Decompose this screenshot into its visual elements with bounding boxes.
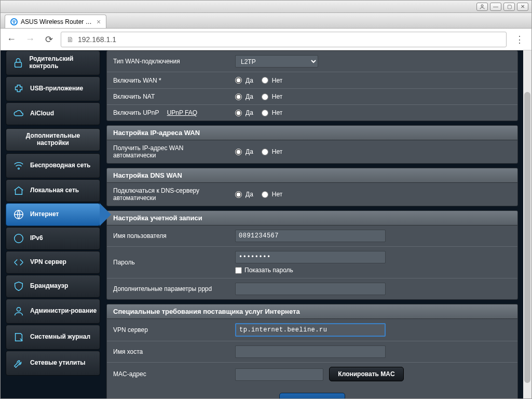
cloud-icon [12, 108, 25, 120]
sidebar-item-syslog[interactable]: Системный журнал [6, 325, 100, 350]
show-password-checkbox[interactable] [235, 267, 242, 274]
radio-yes[interactable] [235, 191, 242, 198]
radio-no[interactable] [262, 110, 268, 116]
maximize-button[interactable]: ▢ [503, 3, 515, 11]
pppd-extra-label: Дополнительные параметры pppd [113, 285, 212, 292]
page-icon: 🗎 [66, 35, 74, 44]
enable-upnp-no[interactable]: Нет [262, 109, 282, 116]
enable-wan-no[interactable]: Нет [262, 77, 282, 84]
router-page: Родительский контроль USB-приложение AiC… [1, 50, 523, 398]
tab-strip: ASUS Wireless Router RT × [1, 13, 531, 29]
show-password-toggle[interactable]: Показать пароль [235, 267, 293, 274]
radio-no[interactable] [262, 191, 268, 198]
menu-button[interactable]: ⋮ [512, 34, 527, 45]
person-icon [12, 305, 25, 317]
shield-icon [12, 280, 25, 292]
sidebar-group-header: Дополнительные настройки [6, 128, 100, 151]
svg-point-5 [15, 234, 23, 243]
wan-type-select[interactable]: L2TP [235, 55, 318, 68]
svg-point-6 [17, 308, 20, 311]
sidebar-item-wireless[interactable]: Беспроводная сеть [6, 153, 100, 178]
mac-label: MAC-адрес [113, 370, 146, 378]
sidebar-item-label: Сетевые утилиты [30, 360, 86, 367]
pppd-extra-input[interactable] [235, 283, 386, 295]
radio-no[interactable] [262, 94, 268, 100]
panel-header-isp: Специальные требования поставщика услуг … [107, 304, 517, 319]
main-content: Тип WAN-подключения L2TP Включить WAN* [106, 50, 518, 398]
tab-close-icon[interactable]: × [97, 18, 101, 26]
username-input[interactable] [235, 230, 386, 242]
sidebar-item-label: Интернет [30, 211, 59, 218]
mac-input[interactable] [235, 368, 323, 381]
address-bar[interactable]: 🗎 192.168.1.1 [61, 32, 507, 47]
required-asterisk: * [159, 76, 161, 84]
radio-no[interactable] [262, 149, 268, 155]
sidebar-item-label: Системный журнал [30, 334, 90, 341]
dns-auto-label: Подключаться к DNS-серверу автоматически [113, 187, 199, 202]
sidebar-item-usb[interactable]: USB-приложение [6, 76, 100, 101]
sidebar-item-vpn[interactable]: VPN сервер [6, 251, 100, 274]
wan-ip-auto-label: Получить IP-адрес WAN автоматически [113, 144, 183, 159]
minimize-button[interactable]: — [490, 3, 501, 11]
panel-header-account: Настройка учетной записи [107, 211, 517, 225]
window-titlebar: — ▢ ✕ [1, 1, 531, 13]
panel-header-wan-ip: Настройка IP-адреса WAN [107, 126, 517, 140]
svg-point-3 [18, 168, 20, 169]
page-viewport: Родительский контроль USB-приложение AiC… [1, 50, 531, 398]
sidebar-item-internet[interactable]: Интернет [6, 203, 100, 226]
sidebar-item-aicloud[interactable]: AiCloud [6, 102, 100, 125]
scrollbar-thumb[interactable] [524, 92, 530, 383]
radio-yes[interactable] [235, 149, 242, 155]
password-label: Пароль [113, 259, 135, 266]
panel-dns: Настройка DNS WAN Подключаться к DNS-сер… [106, 168, 518, 206]
wan-ip-auto-yes[interactable]: Да [235, 148, 253, 155]
user-button[interactable] [476, 3, 488, 11]
clone-mac-button[interactable]: Клонировать MAC [329, 367, 403, 381]
globe-icon [12, 208, 25, 221]
lock-icon [12, 57, 24, 69]
enable-nat-label: Включить NAT [113, 93, 155, 100]
enable-nat-no[interactable]: Нет [262, 93, 282, 100]
back-button[interactable]: ← [5, 33, 18, 46]
sidebar-item-parental[interactable]: Родительский контроль [6, 50, 100, 75]
radio-no[interactable] [262, 77, 268, 84]
upnp-faq-link[interactable]: UPnP FAQ [167, 109, 197, 116]
puzzle-icon [12, 83, 25, 95]
sidebar-item-label: USB-приложение [30, 85, 83, 92]
panel-header-dns: Настройка DNS WAN [107, 168, 517, 183]
sidebar-item-label: Администри-рование [30, 308, 97, 315]
radio-yes[interactable] [235, 77, 242, 84]
sidebar-item-ipv6[interactable]: IPv6 [6, 227, 100, 250]
svg-point-0 [481, 5, 483, 7]
hostname-input[interactable] [235, 345, 386, 358]
scrollbar-track[interactable] [523, 50, 531, 398]
reload-button[interactable]: ⟳ [42, 33, 56, 46]
dns-auto-no[interactable]: Нет [262, 191, 282, 198]
sidebar-item-label: IPv6 [30, 235, 43, 242]
ipv6-icon [12, 232, 25, 245]
radio-yes[interactable] [235, 110, 242, 116]
enable-nat-yes[interactable]: Да [235, 93, 253, 100]
password-input[interactable] [235, 251, 386, 263]
sidebar-item-admin[interactable]: Администри-рование [6, 299, 100, 324]
enable-upnp-yes[interactable]: Да [235, 109, 253, 116]
sidebar-item-label: Брандмауэр [30, 283, 68, 290]
enable-wan-label: Включить WAN [113, 77, 157, 84]
username-label: Имя пользователя [113, 232, 167, 240]
sidebar-item-firewall[interactable]: Брандмауэр [6, 275, 100, 298]
enable-wan-yes[interactable]: Да [235, 77, 253, 84]
browser-tab[interactable]: ASUS Wireless Router RT × [5, 15, 106, 28]
svg-point-1 [13, 22, 14, 23]
sidebar-item-lan[interactable]: Локальная сеть [6, 179, 100, 202]
panel-isp: Специальные требования поставщика услуг … [106, 304, 518, 398]
panel-wan-ip: Настройка IP-адреса WAN Получить IP-адре… [106, 125, 518, 164]
radio-yes[interactable] [235, 94, 242, 100]
vpn-server-input[interactable] [235, 323, 386, 337]
dns-auto-yes[interactable]: Да [235, 191, 253, 198]
sidebar-item-nettools[interactable]: Сетевые утилиты [6, 351, 100, 376]
forward-button[interactable]: → [23, 33, 37, 46]
wan-ip-auto-no[interactable]: Нет [262, 148, 282, 155]
close-window-button[interactable]: ✕ [517, 3, 528, 11]
wan-type-label: Тип WAN-подключения [113, 58, 180, 65]
apply-button[interactable]: Применить [279, 393, 345, 398]
